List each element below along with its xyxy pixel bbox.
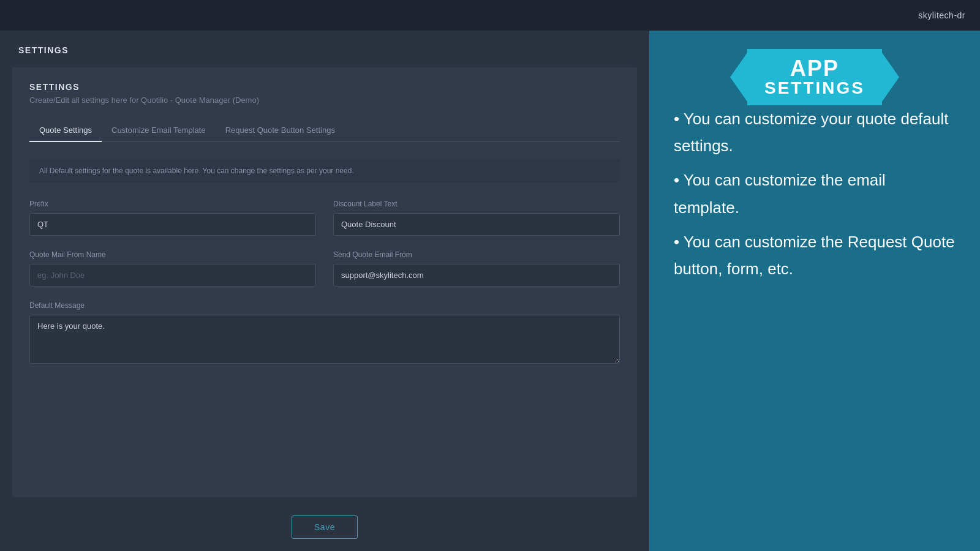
badge-main: APP SETTINGS (747, 49, 882, 105)
card-subtitle: Create/Edit all settings here for Quotil… (29, 96, 620, 105)
prefix-input[interactable] (29, 213, 316, 236)
save-area: Save (0, 497, 649, 551)
main-layout: SETTINGS SETTINGS Create/Edit all settin… (0, 31, 980, 551)
right-panel: APP SETTINGS • You can customize your qu… (649, 31, 980, 551)
card-title: SETTINGS (29, 82, 620, 92)
badge-right-ribbon (882, 53, 899, 102)
form-row-2: Quote Mail From Name Send Quote Email Fr… (29, 250, 620, 287)
discount-label-label: Discount Label Text (333, 200, 620, 208)
feature-item-1: • You can customize your quote default s… (674, 105, 956, 159)
prefix-label: Prefix (29, 200, 316, 208)
settings-card: SETTINGS Create/Edit all settings here f… (12, 67, 637, 497)
prefix-group: Prefix (29, 200, 316, 236)
badge-app-text: APP (764, 58, 865, 80)
send-email-from-label: Send Quote Email From (333, 250, 620, 259)
tab-customize-email[interactable]: Customize Email Template (102, 119, 216, 142)
default-message-textarea[interactable]: Here is your quote. (29, 315, 620, 364)
tabs-container: Quote Settings Customize Email Template … (29, 119, 620, 142)
mail-from-name-input[interactable] (29, 264, 316, 287)
top-bar-title: skylitech-dr (918, 10, 965, 20)
feature-item-3: • You can customize the Request Quote bu… (674, 228, 956, 282)
page-heading: SETTINGS (0, 45, 649, 67)
tab-quote-settings[interactable]: Quote Settings (29, 119, 102, 142)
badge-left-ribbon (730, 53, 747, 102)
form-row-3: Default Message Here is your quote. (29, 301, 620, 364)
send-email-from-group: Send Quote Email From (333, 250, 620, 287)
badge-settings-text: SETTINGS (764, 80, 865, 97)
mail-from-name-group: Quote Mail From Name (29, 250, 316, 287)
save-button[interactable]: Save (292, 515, 358, 539)
app-settings-badge: APP SETTINGS (730, 49, 899, 105)
default-message-label: Default Message (29, 301, 620, 310)
discount-label-group: Discount Label Text (333, 200, 620, 236)
left-panel: SETTINGS SETTINGS Create/Edit all settin… (0, 31, 649, 551)
info-banner: All Default settings for the quote is av… (29, 159, 620, 182)
top-bar: skylitech-dr (0, 0, 980, 31)
send-email-from-input[interactable] (333, 264, 620, 287)
discount-input[interactable] (333, 213, 620, 236)
default-message-group: Default Message Here is your quote. (29, 301, 620, 364)
form-row-1: Prefix Discount Label Text (29, 200, 620, 236)
mail-from-name-label: Quote Mail From Name (29, 250, 316, 259)
tab-request-quote[interactable]: Request Quote Button Settings (216, 119, 345, 142)
feature-list: • You can customize your quote default s… (674, 105, 956, 290)
feature-item-2: • You can customize the email template. (674, 167, 956, 220)
